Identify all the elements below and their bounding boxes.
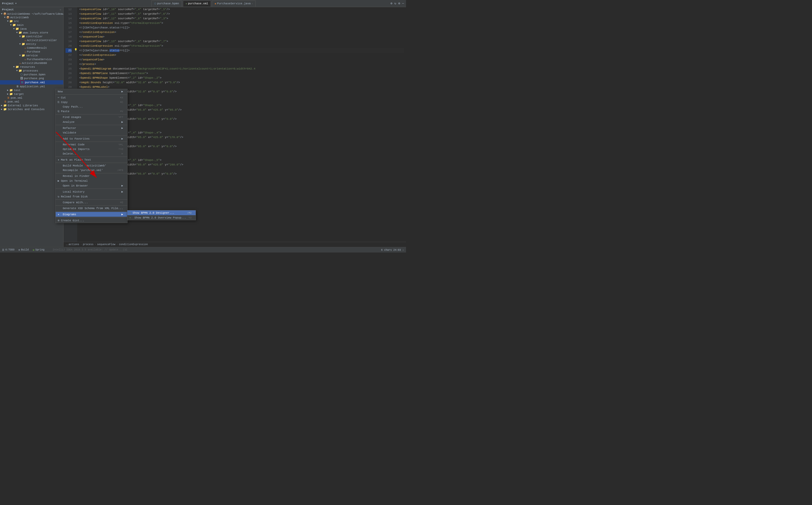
spring-tool[interactable]: ✿ Spring: [33, 248, 44, 251]
tree-item-activiti-ctrl[interactable]: ☕ ActivitiController: [0, 38, 63, 42]
tree-item-pom-outer[interactable]: 🗎 pom.xml: [0, 100, 63, 104]
menu-item-build-module[interactable]: Build Module 'ActivitiWeb': [55, 163, 127, 168]
project-dropdown-icon[interactable]: ▼: [15, 2, 16, 5]
menu-item-delete[interactable]: Delete... ⌦: [55, 152, 127, 156]
menu-item-reload[interactable]: ↻ Reload from Disk: [55, 194, 127, 199]
breadcrumb-item-1[interactable]: process: [83, 243, 94, 246]
breadcrumb-item-3[interactable]: conditionExpression: [119, 243, 148, 246]
breadcrumb-sep-1: ›: [80, 243, 82, 246]
breadcrumb-item-2[interactable]: sequenceFlow: [97, 243, 115, 246]
menu-item-copy[interactable]: ⎘ Copy ⌘C: [55, 100, 127, 105]
tree-item-application-yml[interactable]: 🗎 application.yml: [0, 85, 63, 88]
tree-item-pom-inner[interactable]: 🗎 pom.xml: [0, 96, 63, 100]
xml-tab-label: purchase.xml: [188, 2, 208, 5]
build-label: Build: [21, 248, 29, 251]
find-shortcut: ⌥F7: [119, 116, 123, 119]
delete-shortcut: ⌦: [122, 152, 123, 155]
tree-item-processes[interactable]: ▼ 📁 processes: [0, 69, 63, 72]
menu-item-open-terminal[interactable]: ▶ Open in Terminal: [55, 178, 127, 183]
tree-label-purchase-bpmn: purchase.bpmn: [24, 73, 45, 76]
status-text: IntelliJ IDEA 2019.3.5 available: // Upd…: [52, 248, 127, 251]
tree-item-0[interactable]: ▼ 📦 ActivitiWebDemo ~/soft/software/idea…: [0, 12, 63, 16]
menu-item-mark-plain[interactable]: ✦ Mark as Plain Text: [55, 157, 127, 162]
project-label[interactable]: Project: [2, 2, 14, 5]
tree-label-1: ActivitiWeb: [10, 16, 29, 19]
sidebar-gear-icon[interactable]: ⚙: [60, 8, 61, 11]
paste-icon: ⎗: [58, 110, 60, 113]
folder-icon-main: 📁: [12, 23, 16, 27]
tree-item-service[interactable]: ▼ 📁 service: [0, 53, 63, 57]
cut-icon: ✂: [58, 96, 60, 99]
menu-new-arrow: ▶: [121, 90, 123, 93]
menu-item-create-gist[interactable]: ⚙ Create Gist...: [55, 218, 127, 223]
tree-item-entity[interactable]: ▼ 📁 entity: [0, 42, 63, 46]
tab-xml[interactable]: ◈ purchase.xml: [183, 1, 211, 7]
menu-item-refactor[interactable]: Refactor ▶: [55, 126, 127, 131]
menu-item-compare[interactable]: Compare With... ⌘D: [55, 200, 127, 205]
menu-item-optimize[interactable]: Optimize Imports ^⌥O: [55, 147, 127, 152]
menu-item-local-history[interactable]: Local History ▶: [55, 189, 127, 194]
tab-bpmn[interactable]: ⬡ purchase.bpmn: [151, 1, 182, 7]
menu-item-validate[interactable]: Validate: [55, 131, 127, 135]
breadcrumb-item-0[interactable]: ..actions: [66, 243, 79, 246]
tree-item-store[interactable]: ▼ 📁 www.luoyu.store: [0, 31, 63, 34]
status-right: 6 chars 24:03 ☆: [381, 248, 404, 251]
menu-item-find-usages[interactable]: Find Usages ⌥F7: [55, 115, 127, 120]
tree-label-service: service: [26, 54, 37, 57]
menu-item-cut[interactable]: ✂ Cut ⌘X: [55, 95, 127, 100]
tab-java[interactable]: ◉ PurchaseService.java ✕: [212, 1, 256, 7]
toolbar-icon-1[interactable]: ⚙: [390, 2, 392, 5]
tree-item-src[interactable]: ▼ 📁 src: [0, 19, 63, 23]
menu-item-add-favorites[interactable]: Add to Favorites ▶: [55, 136, 127, 141]
folder-icon-src: 📁: [9, 20, 13, 23]
menu-item-new[interactable]: New ▶: [55, 89, 127, 94]
menu-item-analyze[interactable]: Analyze ▶: [55, 120, 127, 124]
refactor-arrow: ▶: [121, 126, 123, 130]
menu-item-open-browser[interactable]: Open in Browser ▶: [55, 183, 127, 188]
compare-shortcut: ⌘D: [120, 201, 123, 204]
tree-item-test[interactable]: ▶ 📁 test: [0, 88, 63, 92]
close-tab-icon[interactable]: ✕: [252, 3, 253, 5]
tree-item-purchase-service[interactable]: ☕ PurchaseService: [0, 57, 63, 61]
reload-icon: ↻: [58, 195, 60, 198]
tree-item-purchase-bpmn[interactable]: ⬡ purchase.bpmn: [0, 72, 63, 76]
menu-item-diagrams[interactable]: ✦ Diagrams ▶: [55, 212, 127, 217]
submenu-item-show-bpmn-overview[interactable]: ✦ Show BPMN 2.0 Overview Popup... ⌥U: [127, 215, 196, 220]
todo-tool[interactable]: ☰ 6:TODO: [2, 248, 14, 251]
menu-item-recompile[interactable]: Recompile 'purchase.xml' ⇧⌘F9: [55, 168, 127, 173]
tree-item-activiti-run[interactable]: ☕ ActivitiRun8080: [0, 61, 63, 65]
tree-item-controller[interactable]: ▼ 📁 controller: [0, 34, 63, 38]
tree-label-pom-inner: pom.xml: [11, 97, 22, 100]
tree-item-resources[interactable]: ▼ 📁 resources: [0, 65, 63, 69]
folder-icon-java: 📁: [15, 27, 19, 30]
tree-item-scratches[interactable]: ▶ 📁 Scratches and Consoles: [0, 107, 63, 111]
project-menu[interactable]: Project ▼: [2, 2, 16, 5]
toolbar-icon-3[interactable]: ⚙: [398, 2, 400, 5]
tree-label-purchase-entity: Purchase: [27, 50, 40, 53]
tree-item-ext-libs[interactable]: ▶ 📁 External Libraries: [0, 104, 63, 107]
tree-item-purchase-png[interactable]: 🖼 purchase.png: [0, 76, 63, 80]
menu-item-reveal-finder[interactable]: Reveal in Finder: [55, 174, 127, 178]
module-icon-0: 📦: [3, 12, 6, 15]
tree-label-processes: processes: [23, 69, 38, 72]
tree-item-1[interactable]: ▼ 📦 ActivitiWeb: [0, 16, 63, 19]
submenu-item-show-bpmn-designer[interactable]: ✦ Show BPMN 2.0 Designer... ⇧⌘U: [127, 210, 196, 215]
tree-item-common-result[interactable]: ☕ CommonResult: [0, 46, 63, 50]
build-tool[interactable]: ⚙ Build: [18, 248, 29, 251]
menu-item-generate-xsd[interactable]: Generate XSD Schema from XML File...: [55, 206, 127, 211]
toolbar-icon-4[interactable]: —: [402, 2, 404, 5]
toolbar-icon-2[interactable]: ↻: [394, 2, 396, 5]
breadcrumb: ..actions › process › sequenceFlow › con…: [64, 242, 406, 247]
tree-item-target[interactable]: ▶ 📁 target: [0, 92, 63, 96]
tree-label-src: src: [14, 20, 19, 23]
menu-item-reformat[interactable]: Reformat Code ⌥⌘L: [55, 142, 127, 147]
tree-item-main[interactable]: ▼ 📁 main: [0, 23, 63, 27]
tree-item-purchase-entity[interactable]: ☕ Purchase: [0, 50, 63, 53]
menu-item-copy-path[interactable]: Copy Path...: [55, 105, 127, 109]
analyze-arrow: ▶: [121, 120, 123, 124]
tree-item-java[interactable]: ▼ 📁 java: [0, 27, 63, 31]
tree-item-purchase-xml[interactable]: 🗎 purchase.xml: [0, 80, 63, 85]
folder-icon-resources: 📁: [15, 65, 19, 68]
menu-item-paste[interactable]: ⎗ Paste ⌘V: [55, 109, 127, 114]
tree-label-activiti-ctrl: ActivitiController: [27, 39, 57, 42]
